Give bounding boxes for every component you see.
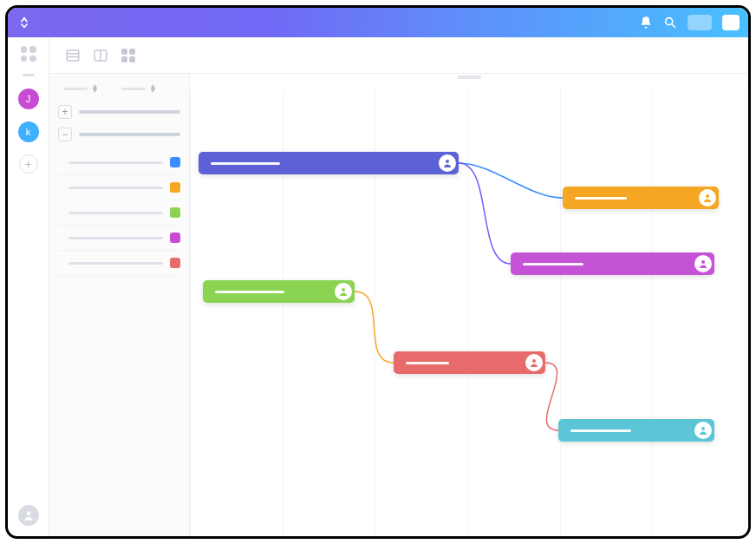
task-row[interactable] [58, 226, 180, 251]
task-row[interactable] [58, 251, 180, 276]
gantt-timeline[interactable] [190, 74, 748, 536]
assignee-avatar-icon[interactable] [694, 255, 712, 272]
topbar-pill-2[interactable] [722, 15, 740, 30]
task-color-chip [170, 207, 180, 218]
assignee-avatar-icon[interactable] [335, 283, 352, 300]
grid-view-icon[interactable] [121, 48, 136, 63]
svg-line-1 [672, 24, 675, 28]
svg-point-0 [666, 18, 673, 25]
svg-point-10 [701, 260, 705, 264]
list-view-icon[interactable] [65, 48, 81, 63]
board-view-icon[interactable] [93, 48, 108, 63]
svg-point-13 [701, 427, 705, 430]
task-color-chip [170, 233, 180, 243]
workspace-avatar-k[interactable]: k [18, 121, 39, 142]
gantt-bar[interactable] [203, 280, 355, 303]
view-toolbar [49, 37, 748, 74]
svg-point-2 [26, 511, 30, 515]
task-row[interactable] [58, 150, 180, 175]
task-sidepanel: ▲▼ ▲▼ + − [49, 74, 190, 536]
gantt-bar[interactable] [558, 419, 714, 442]
timeline-drag-handle[interactable] [457, 75, 481, 79]
topbar-pill-1[interactable] [688, 15, 712, 30]
group-header-expanded[interactable]: − [58, 128, 180, 141]
gantt-bar[interactable] [511, 252, 714, 275]
bell-icon[interactable] [639, 16, 653, 29]
gantt-bar[interactable] [394, 351, 545, 374]
profile-avatar[interactable] [18, 505, 39, 526]
task-color-chip [170, 258, 180, 268]
assignee-avatar-icon[interactable] [699, 189, 716, 206]
group-header-collapsed[interactable]: + [58, 105, 180, 119]
svg-rect-3 [67, 50, 79, 61]
app-logo[interactable] [16, 15, 32, 30]
add-workspace-button[interactable]: + [19, 154, 38, 174]
task-row[interactable] [58, 175, 180, 200]
task-row[interactable] [58, 200, 180, 226]
task-color-chip [170, 157, 180, 167]
search-icon[interactable] [663, 16, 677, 29]
assignee-avatar-icon[interactable] [439, 154, 456, 172]
assignee-avatar-icon[interactable] [694, 422, 712, 439]
svg-point-12 [532, 359, 536, 363]
task-color-chip [170, 182, 180, 193]
svg-point-9 [706, 194, 709, 198]
gantt-bar[interactable] [199, 152, 459, 174]
assignee-avatar-icon[interactable] [525, 354, 543, 371]
svg-point-8 [446, 160, 449, 163]
gantt-bar[interactable] [563, 187, 719, 209]
rail-collapse-icon[interactable] [23, 74, 35, 76]
apps-icon[interactable] [21, 46, 36, 62]
topbar [8, 8, 748, 37]
workspace-avatar-j[interactable]: J [18, 88, 39, 109]
sort-control-2[interactable]: ▲▼ [121, 84, 157, 93]
sort-control-1[interactable]: ▲▼ [63, 84, 99, 93]
svg-point-11 [342, 288, 345, 292]
left-rail: J k + [8, 37, 49, 536]
